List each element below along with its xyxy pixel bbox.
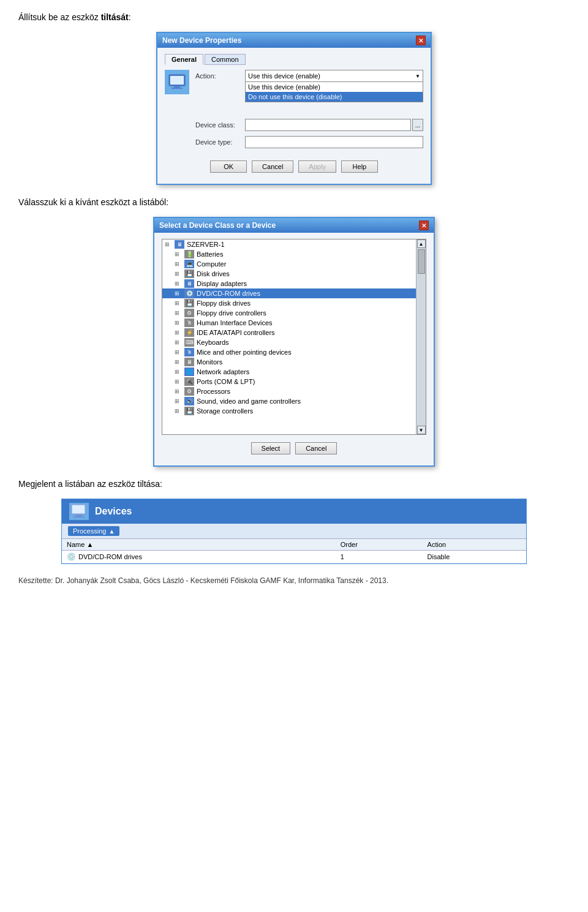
device-type-row: Device type: — [195, 136, 423, 148]
tab-general[interactable]: General — [165, 54, 203, 65]
item-icon: 🖱 — [184, 348, 194, 356]
col-name[interactable]: Name ▲ — [62, 539, 336, 551]
device-type-label: Device type: — [195, 138, 241, 146]
scrollbar-up-button[interactable]: ▲ — [417, 239, 426, 248]
list-item[interactable]: ⊞ 🔊 Sound, video and game controllers — [162, 396, 416, 406]
list-item[interactable]: ⊞ 🖥 Display adapters — [162, 279, 416, 288]
item-icon: 🖥 — [184, 358, 194, 366]
item-label: Human Interface Devices — [197, 319, 273, 326]
svg-rect-7 — [74, 516, 85, 518]
item-icon: 🔊 — [184, 397, 194, 405]
dialog2-cancel-button[interactable]: Cancel — [295, 442, 337, 454]
item-label: DVD/CD-ROM drives — [197, 290, 260, 297]
device-class-browse-button[interactable]: ... — [412, 119, 423, 131]
list-item[interactable]: ⊞ 💾 Storage controllers — [162, 406, 416, 416]
select-button[interactable]: Select — [251, 442, 291, 454]
apply-button[interactable]: Apply — [298, 160, 336, 173]
action-dropdown[interactable]: Use this device (enable) Use this device… — [245, 70, 423, 82]
col-order[interactable]: Order — [336, 539, 423, 551]
scrollbar-down-button[interactable]: ▼ — [417, 426, 426, 434]
dialog1-buttons: OK Cancel Apply Help — [165, 160, 423, 178]
svg-rect-1 — [170, 76, 184, 85]
list-item[interactable]: ⊞ 💾 Disk drives — [162, 269, 416, 279]
row-order: 1 — [336, 551, 423, 563]
row-name-label: DVD/CD-ROM drives — [78, 553, 142, 560]
processing-up-icon: ▲ — [108, 528, 115, 535]
item-icon: 🔌 — [184, 377, 194, 386]
intro-text: Állítsuk be az eszköz tiltását: — [18, 12, 570, 22]
devices-table-head: Name ▲ Order Action — [62, 539, 526, 551]
expand-icon: ⊞ — [175, 300, 182, 306]
action-dropdown-selected[interactable]: Use this device (enable) — [245, 70, 423, 82]
dialog2-wrapper: Select a Device Class or a Device ✕ ⊞ 🖥 … — [18, 217, 570, 467]
list-item[interactable]: ⊞ 🖱 Human Interface Devices — [162, 318, 416, 328]
dialog2-content: ⊞ 🖥 SZERVER-1 ⊞ 🔋 Batteries ⊞ 💻 Computer — [154, 233, 434, 465]
intro-prefix: Állítsuk be az eszköz — [18, 12, 101, 22]
list-item[interactable]: ⊞ 🖱 Mice and other pointing devices — [162, 347, 416, 357]
item-label: Network adapters — [197, 368, 249, 375]
device-icon — [165, 70, 189, 94]
help-button[interactable]: Help — [341, 160, 378, 173]
list-item[interactable]: ⊞ ⚡ IDE ATA/ATAPI controllers — [162, 328, 416, 337]
svg-rect-2 — [174, 86, 180, 88]
devices-icon-svg — [70, 503, 88, 519]
tab-common[interactable]: Common — [205, 54, 246, 65]
item-icon: 🔋 — [184, 250, 194, 258]
expand-icon: ⊞ — [175, 349, 182, 355]
item-icon: 💾 — [184, 269, 194, 278]
expand-icon: ⊞ — [175, 369, 182, 375]
section3-label: Megjelent a listában az eszköz tiltása: — [18, 479, 570, 489]
dialog1-titlebar: New Device Properties ✕ — [157, 33, 431, 48]
expand-icon: ⊞ — [175, 359, 182, 365]
list-item[interactable]: ⊞ 💻 Computer — [162, 259, 416, 269]
section2-label: Válasszuk ki a kívánt eszközt a listából… — [18, 197, 570, 207]
list-item[interactable]: ⊞ 💾 Floppy disk drives — [162, 298, 416, 308]
list-item[interactable]: ⊞ 🌐 Network adapters — [162, 367, 416, 377]
item-icon: 🖱 — [184, 318, 194, 327]
device-list[interactable]: ⊞ 🖥 SZERVER-1 ⊞ 🔋 Batteries ⊞ 💻 Computer — [162, 239, 426, 435]
col-action[interactable]: Action — [423, 539, 526, 551]
list-item[interactable]: ⊞ 🔋 Batteries — [162, 249, 416, 259]
dialog1-close-button[interactable]: ✕ — [416, 36, 426, 45]
expand-icon: ⊞ — [175, 388, 182, 394]
expand-icon: ⊞ — [175, 398, 182, 404]
option-disable[interactable]: Do not use this device (disable) — [246, 92, 423, 102]
list-item[interactable]: ⊞ 🔌 Ports (COM & LPT) — [162, 377, 416, 386]
dialog1-title: New Device Properties — [162, 36, 241, 45]
device-type-input[interactable] — [245, 136, 423, 148]
list-item[interactable]: ⊞ 🖥 Monitors — [162, 357, 416, 367]
list-item[interactable]: ⊞ ⚙ Floppy drive controllers — [162, 308, 416, 318]
footer-text: Készítette: Dr. Johanyák Zsolt Csaba, Gö… — [18, 576, 570, 585]
devices-header: Devices — [62, 499, 526, 524]
item-icon: 🖥 — [175, 240, 184, 249]
item-label: Ports (COM & LPT) — [197, 378, 255, 385]
item-label: Processors — [197, 388, 230, 395]
dialog2-buttons: Select Cancel — [162, 442, 426, 459]
list-item[interactable]: ⊞ 💿 DVD/CD-ROM drives — [162, 288, 416, 298]
col-name-sort-arrow: ▲ — [86, 541, 93, 548]
item-icon: ⌨ — [184, 338, 194, 347]
expand-icon: ⊞ — [175, 281, 182, 287]
expand-icon: ⊞ — [175, 320, 182, 326]
list-item[interactable]: ⊞ ⌨ Keyboards — [162, 337, 416, 347]
item-icon: ⚙ — [184, 309, 194, 317]
item-label: Floppy disk drives — [197, 300, 251, 307]
table-row: 💿 DVD/CD-ROM drives 1 Disable — [62, 551, 526, 563]
option-enable[interactable]: Use this device (enable) — [246, 82, 423, 92]
scrollbar[interactable]: ▲ ▼ — [416, 239, 426, 434]
expand-icon: ⊞ — [175, 310, 182, 316]
item-label: Monitors — [197, 358, 222, 366]
svg-rect-5 — [72, 505, 85, 513]
item-icon: 💾 — [184, 407, 194, 415]
action-dropdown-options: Use this device (enable) Do not use this… — [245, 82, 423, 102]
cancel-button[interactable]: Cancel — [252, 160, 293, 173]
dialog2-close-button[interactable]: ✕ — [419, 220, 429, 230]
list-item[interactable]: ⊞ 🖥 SZERVER-1 — [162, 239, 416, 249]
item-icon: 💻 — [184, 260, 194, 268]
devices-title: Devices — [95, 506, 132, 517]
item-icon: 💿 — [184, 289, 194, 298]
list-item[interactable]: ⊞ ⚙ Processors — [162, 386, 416, 396]
scrollbar-thumb[interactable] — [418, 249, 425, 274]
ok-button[interactable]: OK — [210, 160, 247, 173]
device-class-input[interactable] — [245, 119, 411, 131]
